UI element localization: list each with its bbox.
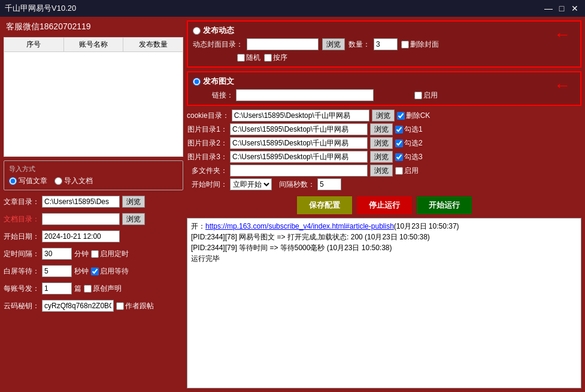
log-suffix-1: (10月23日 10:50:37) — [394, 221, 459, 232]
image-dir2-input[interactable] — [230, 137, 368, 149]
start-time-row: 开始时间： 立即开始 间隔秒数： — [187, 178, 581, 190]
dynamic-cover-row: 动态封面目录： 浏览 数量： 删除封面 — [193, 38, 549, 50]
log-line-1: 开： https://mp.163.com/subscribe_v4/index… — [191, 221, 577, 232]
log-area: 开： https://mp.163.com/subscribe_v4/index… — [187, 218, 581, 388]
count-input[interactable] — [374, 38, 398, 50]
per-account-label: 每账号发： — [4, 284, 40, 294]
log-line-3: [PID:2344][79] 等待时间 => 等待5000毫秒 (10月23日 … — [191, 242, 577, 253]
radio-import-doc[interactable]: 导入文档 — [54, 176, 93, 186]
secret-key-input[interactable] — [42, 300, 114, 312]
image-dir1-label: 图片目录1： — [187, 124, 228, 135]
multi-folder-browse[interactable]: 浏览 — [370, 165, 393, 177]
interval-label: 间隔秒数： — [279, 180, 315, 190]
multi-folder-input[interactable] — [230, 165, 368, 177]
log-text-4: 运行完毕 — [191, 253, 220, 264]
original-check[interactable]: 原创声明 — [84, 284, 122, 294]
close-button[interactable]: ✕ — [569, 3, 580, 14]
cover-dir-input[interactable] — [247, 38, 319, 50]
doc-dir-label: 文档目录： — [4, 214, 40, 224]
link-label: 链接： — [193, 90, 234, 101]
save-config-button[interactable]: 保存配置 — [297, 196, 352, 214]
start-date-input[interactable] — [42, 230, 120, 242]
image-dir3-browse[interactable]: 浏览 — [370, 151, 393, 163]
dynamic-radio[interactable] — [193, 27, 201, 35]
article-dir-input[interactable] — [42, 196, 120, 208]
window-controls: — □ ✕ — [543, 3, 580, 14]
link-input[interactable] — [236, 89, 374, 101]
customer-info: 客服微信18620702119 — [4, 20, 183, 34]
delete-cover-label: 删除封面 — [410, 39, 439, 50]
interval-input[interactable] — [317, 178, 341, 190]
table-header: 序号 账号名称 发布数量 — [4, 38, 183, 52]
arrow-image: ← — [554, 76, 571, 95]
start-button[interactable]: 开始运行 — [417, 196, 472, 214]
image-dir3-input[interactable] — [230, 151, 368, 163]
image-dir1-row: 图片目录1： 浏览 勾选1 — [187, 123, 581, 135]
wait-enable-check[interactable]: 启用等待 — [91, 266, 129, 276]
cookie-browse[interactable]: 浏览 — [372, 110, 395, 121]
check1[interactable]: 勾选1 — [395, 124, 423, 135]
author-follow-check[interactable]: 作者跟帖 — [116, 301, 154, 311]
dynamic-title-row: 发布动态 — [193, 25, 549, 36]
image-dir1-browse[interactable]: 浏览 — [370, 123, 393, 135]
maximize-button[interactable]: □ — [556, 3, 567, 14]
col-name: 账号名称 — [64, 38, 124, 51]
random-check[interactable]: 随机 — [237, 53, 260, 63]
table-body — [4, 52, 183, 154]
order-check[interactable]: 按序 — [264, 53, 287, 63]
multi-enable-check[interactable]: 启用 — [395, 166, 419, 176]
image-dir1-input[interactable] — [230, 123, 368, 135]
col-count: 发布数量 — [123, 38, 183, 51]
timer-interval-input[interactable] — [42, 248, 72, 260]
check1-label: 勾选1 — [404, 124, 423, 135]
random-label: 随机 — [246, 53, 260, 63]
radio-import-label: 导入文档 — [64, 176, 93, 186]
per-account-row: 每账号发： 篇 原创声明 — [4, 282, 183, 294]
check3[interactable]: 勾选3 — [395, 152, 423, 162]
image-dir2-label: 图片目录2： — [187, 138, 228, 148]
log-line-2: [PID:2344][78] 网易号图文 => 打开完成,加载状态: 200 (… — [191, 232, 577, 242]
cover-dir-browse[interactable]: 浏览 — [322, 38, 345, 50]
image-radio[interactable] — [193, 78, 201, 86]
image-title: 发布图文 — [203, 76, 234, 87]
article-dir-browse[interactable]: 浏览 — [122, 196, 145, 208]
doc-dir-browse[interactable]: 浏览 — [122, 213, 145, 225]
image-dir2-browse[interactable]: 浏览 — [370, 137, 393, 149]
delete-ck-check[interactable]: 删除CK — [397, 111, 431, 121]
bottom-buttons: 保存配置 停止运行 开始运行 — [187, 196, 581, 214]
wait-screen-label: 白屏等待： — [4, 266, 40, 276]
cookie-input[interactable] — [232, 110, 369, 121]
minimize-button[interactable]: — — [543, 3, 554, 14]
article-dir-label: 文章目录： — [4, 197, 40, 207]
delete-ck-label: 删除CK — [406, 111, 431, 121]
doc-dir-input[interactable] — [42, 213, 120, 225]
check2[interactable]: 勾选2 — [395, 138, 423, 148]
link-enable-check[interactable]: 启用 — [414, 90, 438, 101]
import-radio-row: 写值文章 导入文档 — [9, 176, 178, 186]
count-label: 数量： — [348, 39, 370, 50]
multi-enable-label: 启用 — [404, 166, 419, 176]
secret-key-row: 云码秘钥： 作者跟帖 — [4, 300, 183, 312]
per-account-input[interactable] — [42, 282, 72, 294]
radio-write-article[interactable]: 写值文章 — [9, 176, 47, 186]
article-dir-row: 文章目录： 浏览 — [4, 196, 183, 208]
start-time-select[interactable]: 立即开始 — [230, 178, 272, 190]
multi-folder-row: 多文件夹： 浏览 启用 — [187, 165, 581, 177]
timer-enable-label: 启用定时 — [100, 249, 129, 259]
log-text-2: [PID:2344][78] 网易号图文 => 打开完成,加载状态: 200 (… — [191, 232, 430, 242]
check3-label: 勾选3 — [404, 152, 423, 162]
log-prefix-1: 开： — [191, 221, 205, 232]
stop-button[interactable]: 停止运行 — [357, 196, 412, 214]
timer-interval-label: 定时间隔： — [4, 249, 40, 259]
delete-cover-check[interactable]: 删除封面 — [401, 39, 439, 50]
doc-dir-row: 文档目录： 浏览 — [4, 213, 183, 225]
image-dir3-row: 图片目录3： 浏览 勾选3 — [187, 151, 581, 163]
wait-screen-input[interactable] — [42, 265, 72, 277]
wait-screen-unit: 秒钟 — [74, 266, 89, 276]
link-row: 链接： 启用 — [193, 89, 549, 101]
multi-folder-label: 多文件夹： — [187, 166, 228, 176]
import-group: 导入方式 写值文章 导入文档 — [4, 160, 183, 190]
cookie-row: cookie目录： 浏览 删除CK — [187, 110, 581, 121]
timer-enable-check[interactable]: 启用定时 — [91, 249, 129, 259]
log-link-1[interactable]: https://mp.163.com/subscribe_v4/index.ht… — [205, 221, 394, 232]
